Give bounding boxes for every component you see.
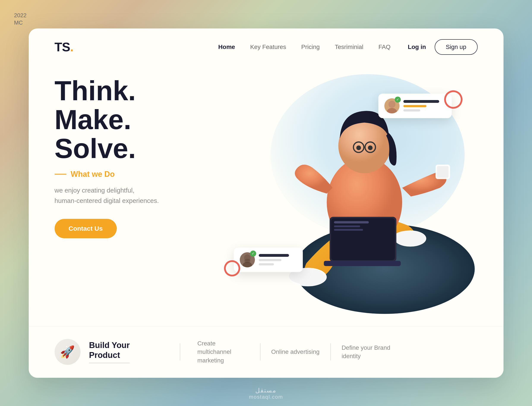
svg-point-3 [393,231,422,245]
nav-home[interactable]: Home [218,44,235,51]
nav-links: Home Key Features Pricing Tesriminial FA… [218,44,390,51]
feature-items: Create multichannel marketing Online adv… [197,339,478,365]
hero-right: ✓ [217,70,478,326]
svg-rect-6 [437,166,449,178]
build-title-line2: Product [89,351,120,360]
build-title: Build Your Product [89,341,130,360]
logo[interactable]: TS. [55,40,73,54]
hero-tagline: What we Do [55,170,217,179]
bottom-section: 🚀 Build Your Product Create multichannel… [29,326,503,378]
build-underline [89,363,130,363]
float-b-line-3 [259,263,274,265]
contact-us-button[interactable]: Contact Us [55,219,117,238]
float-check-top: ✓ [395,97,401,103]
navbar: TS. Home Key Features Pricing Tesriminia… [29,29,503,61]
float-check-bottom: ✓ [250,251,256,257]
svg-rect-19 [324,261,401,266]
float-card-lines-bottom [259,254,297,265]
svg-point-13 [368,145,373,150]
float-card-lines-top [403,100,446,111]
watermark-bottom: مستقل mostaql.com [249,387,283,400]
svg-rect-18 [334,229,363,231]
svg-point-21 [389,101,395,108]
feature-item-2: Define your Brand identity [342,343,393,360]
svg-rect-15 [331,218,395,260]
divider-1 [180,343,180,361]
divider-2 [260,343,261,361]
hero-headline: Think. Make. Solve. [55,76,217,163]
feature-item-1: Online advertising [271,348,320,356]
svg-point-12 [356,145,361,150]
logo-dot: . [70,40,73,54]
float-line-3 [403,109,420,111]
float-card-bottom: ✓ [234,247,303,272]
main-card: TS. Home Key Features Pricing Tesriminia… [29,29,503,378]
feature-item-0: Create multichannel marketing [197,339,249,365]
svg-rect-16 [334,221,369,223]
svg-rect-17 [334,225,360,227]
watermark-top: 2022 MC [14,12,27,27]
tagline-text: What we Do [71,170,115,179]
svg-point-26 [244,259,250,263]
logo-text: TS [55,40,70,54]
watermark-url: mostaql.com [249,394,283,400]
float-b-line-1 [259,254,289,257]
float-line-2-orange [403,105,427,107]
headline-line1: Think. Make. [55,75,136,135]
hero-description: we enjoy creating delightful,human-cente… [55,185,175,206]
watermark-arabic: مستقل [249,387,283,394]
rocket-icon: 🚀 [55,339,81,365]
float-b-line-2 [259,259,282,261]
nav-testimonial[interactable]: Tesriminial [335,44,363,51]
year-text: 2022 [14,12,27,19]
build-title-line1: Build Your [89,341,130,350]
build-product-area: 🚀 Build Your Product [55,339,163,365]
initials-text: MC [14,19,23,26]
hero-section: Think. Make. Solve. What we Do we enjoy … [29,61,503,326]
nav-faq[interactable]: FAQ [379,44,391,51]
nav-key-features[interactable]: Key Features [250,44,286,51]
headline-line2: Solve. [55,133,136,164]
signup-button[interactable]: Sign up [435,39,478,55]
hero-left: Think. Make. Solve. What we Do we enjoy … [55,70,217,326]
nav-pricing[interactable]: Pricing [301,44,320,51]
tagline-decoration [55,174,67,175]
nav-actions: Log in Sign up [408,39,478,55]
build-text: Build Your Product [89,341,130,363]
login-button[interactable]: Log in [408,44,426,51]
float-card-top: ✓ [378,94,452,118]
divider-3 [330,343,331,361]
float-line-1 [403,100,439,103]
